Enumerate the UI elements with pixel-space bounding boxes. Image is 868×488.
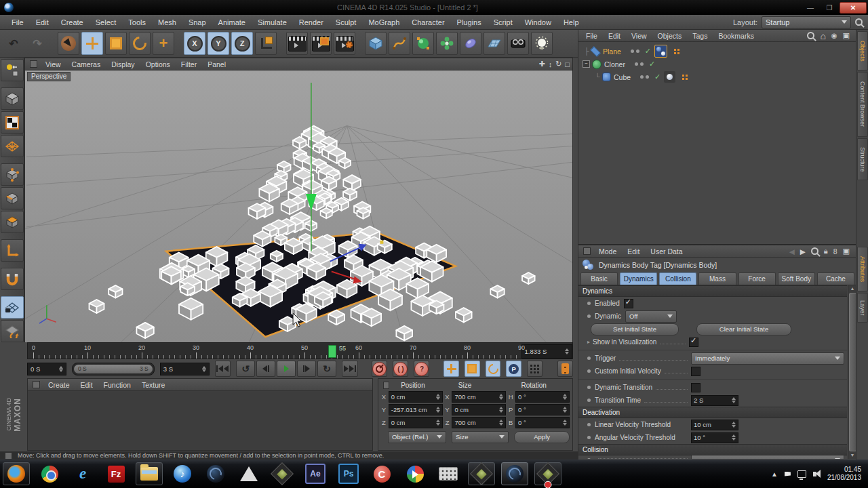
- tab-cache[interactable]: Cache: [817, 272, 854, 285]
- history-forward-icon[interactable]: ▶: [800, 247, 806, 256]
- viewport-menu-options[interactable]: Options: [141, 60, 175, 68]
- close-button[interactable]: ✕: [840, 2, 867, 14]
- playhead[interactable]: [328, 345, 336, 358]
- object-row-cube[interactable]: └ Cube ✓: [583, 70, 856, 83]
- viewport-canvas[interactable]: Perspective: [25, 70, 572, 342]
- preview-range-slider[interactable]: 0 S 3 S: [72, 363, 155, 375]
- add-camera-button[interactable]: [507, 32, 529, 55]
- size-x-field[interactable]: 700 cm: [452, 391, 506, 403]
- visibility-dots[interactable]: [635, 62, 644, 66]
- angular-threshold-field[interactable]: 10 °: [691, 432, 738, 443]
- history-back-icon[interactable]: ◀: [789, 247, 795, 256]
- attr-menu-mode[interactable]: Mode: [594, 247, 621, 256]
- start-time-field[interactable]: 0 S: [27, 363, 66, 375]
- enabled-check-icon[interactable]: ✓: [654, 73, 660, 81]
- network-icon[interactable]: [797, 470, 806, 478]
- add-deformer-button[interactable]: [460, 32, 481, 55]
- polygons-mode-button[interactable]: [1, 211, 24, 233]
- side-tab-attributes[interactable]: Attributes: [857, 247, 868, 291]
- phong-tag-icon[interactable]: [671, 45, 682, 57]
- visibility-dots[interactable]: [631, 49, 639, 53]
- menu-create[interactable]: Create: [55, 18, 90, 26]
- undo-button[interactable]: ↶: [3, 32, 24, 55]
- enabled-check-icon[interactable]: ✓: [649, 60, 655, 68]
- menu-select[interactable]: Select: [90, 18, 123, 26]
- rotation-p-field[interactable]: 0 °: [515, 404, 570, 415]
- coordinate-system-button[interactable]: [255, 32, 277, 55]
- action-center-flag-icon[interactable]: [785, 472, 791, 476]
- timeline-ruler[interactable]: 0 10 20 30 40 50 60 70 80 90 55 1.833 S: [27, 342, 573, 359]
- axis-mode-button[interactable]: [1, 239, 24, 262]
- layout-dropdown[interactable]: Startup: [762, 16, 851, 28]
- model-mode-button[interactable]: [1, 87, 24, 110]
- enabled-check-icon[interactable]: ✓: [645, 47, 651, 56]
- side-tab-structure[interactable]: Structure: [857, 138, 868, 180]
- menu-mesh[interactable]: Mesh: [152, 18, 182, 26]
- goto-end-button[interactable]: [342, 361, 357, 377]
- object-name[interactable]: Plane: [603, 47, 621, 56]
- spinner-icon[interactable]: [202, 364, 206, 374]
- dynamic-transition-checkbox[interactable]: [691, 383, 701, 392]
- search-icon[interactable]: [807, 32, 814, 39]
- show-visualization-checkbox[interactable]: [689, 338, 698, 347]
- position-z-field[interactable]: 0 cm: [389, 417, 443, 428]
- attr-menu-userdata[interactable]: User Data: [646, 247, 687, 256]
- clear-initial-state-button[interactable]: Clear Initial State: [696, 323, 791, 336]
- keyframe-presets-button[interactable]: [527, 361, 542, 377]
- taskbar-ccleaner[interactable]: C: [368, 462, 395, 485]
- menu-window[interactable]: Window: [519, 18, 557, 26]
- viewport-menu-panel[interactable]: Panel: [203, 60, 231, 68]
- add-mograph-button[interactable]: [436, 32, 458, 55]
- viewport-menu-filter[interactable]: Filter: [176, 60, 201, 68]
- last-tool-button[interactable]: +: [153, 32, 174, 55]
- tray-expand-icon[interactable]: ▲: [771, 470, 778, 478]
- material-menu-create[interactable]: Create: [43, 381, 75, 389]
- current-time-field[interactable]: 1.833 S: [521, 344, 573, 359]
- scrollbar-thumb[interactable]: [849, 293, 856, 451]
- enabled-checkbox[interactable]: [624, 299, 633, 308]
- points-mode-button[interactable]: [1, 163, 24, 186]
- move-tool-button[interactable]: [81, 32, 103, 55]
- section-deactivation[interactable]: Deactivation: [578, 407, 847, 418]
- play-button[interactable]: [277, 361, 296, 377]
- key-position-toggle[interactable]: [443, 361, 459, 377]
- taskbar-itunes[interactable]: ♪: [169, 462, 196, 485]
- trigger-dropdown[interactable]: Immediately: [691, 352, 844, 365]
- section-dynamics[interactable]: Dynamics: [578, 285, 847, 297]
- side-tab-content-browser[interactable]: Content Browser: [857, 72, 868, 137]
- panel-menu-icon[interactable]: ▣: [843, 31, 850, 40]
- maximize-button[interactable]: ❐: [821, 3, 838, 13]
- taskbar-picture-viewer-2[interactable]: [468, 462, 495, 485]
- timeline-track[interactable]: 0 10 20 30 40 50 60 70 80 90 55: [28, 343, 519, 359]
- add-environment-button[interactable]: [484, 32, 505, 55]
- menu-mograph[interactable]: MoGraph: [362, 18, 406, 26]
- coord-mode-dropdown[interactable]: Object (Rel.): [388, 431, 446, 443]
- om-menu-bookmarks[interactable]: Bookmarks: [713, 32, 759, 40]
- material-menu-function[interactable]: Function: [99, 381, 136, 389]
- tab-soft-body[interactable]: Soft Body: [778, 272, 815, 285]
- search-icon[interactable]: [855, 18, 863, 26]
- goto-start-button[interactable]: [215, 361, 231, 377]
- side-tab-layer[interactable]: Layer: [857, 293, 868, 323]
- end-time-field[interactable]: 3 S: [160, 363, 210, 375]
- collision-dropdown[interactable]: [691, 455, 844, 459]
- lock-icon[interactable]: 🔒︎: [824, 247, 828, 256]
- menu-help[interactable]: Help: [557, 18, 585, 26]
- tab-mass[interactable]: Mass: [698, 272, 736, 285]
- home-icon[interactable]: ⌂: [820, 30, 825, 41]
- apply-button[interactable]: Apply: [514, 431, 570, 443]
- menu-sculpt[interactable]: Sculpt: [330, 18, 363, 26]
- enable-snap-button[interactable]: [1, 296, 24, 319]
- menu-render[interactable]: Render: [293, 18, 330, 26]
- om-menu-tags[interactable]: Tags: [688, 32, 712, 40]
- menu-script[interactable]: Script: [488, 18, 519, 26]
- menu-character[interactable]: Character: [406, 18, 450, 26]
- menu-edit[interactable]: Edit: [30, 18, 55, 26]
- key-parameter-toggle[interactable]: P: [506, 361, 521, 377]
- position-y-field[interactable]: -257.013 cm: [389, 404, 443, 415]
- workplane-button[interactable]: [1, 320, 24, 342]
- make-editable-button[interactable]: [1, 59, 24, 81]
- linear-threshold-field[interactable]: 10 cm: [691, 420, 738, 430]
- visibility-dots[interactable]: [640, 75, 649, 79]
- add-light-button[interactable]: [531, 32, 553, 55]
